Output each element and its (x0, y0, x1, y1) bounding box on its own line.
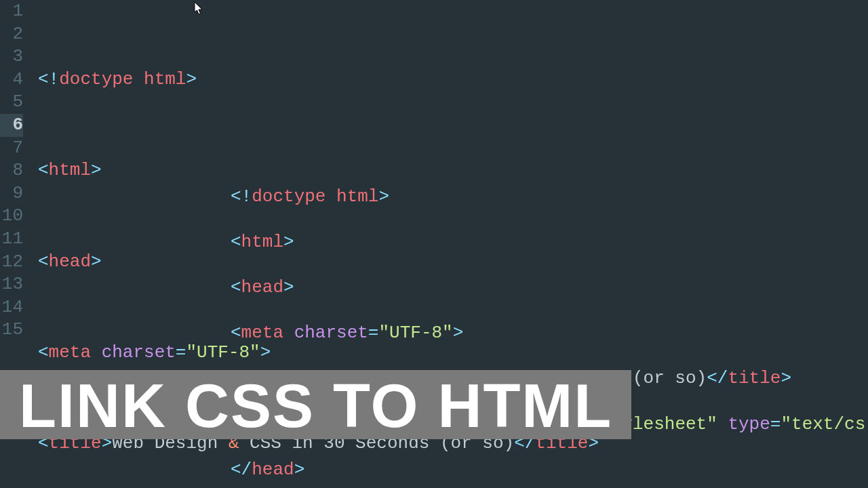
line-number: 9 (0, 182, 23, 205)
line-number: 2 (0, 23, 23, 46)
line-number: 5 (0, 91, 23, 114)
line-number: 1 (0, 0, 23, 23)
line-number: 3 (0, 45, 23, 68)
line-number: 8 (0, 159, 23, 182)
line-number: 4 (0, 68, 23, 92)
line-number: 7 (0, 137, 23, 160)
title-banner: LINK CSS TO HTML (0, 370, 631, 439)
line-number: 12 (0, 251, 23, 274)
code-line[interactable]: <!doctype html> (38, 68, 868, 92)
line-number: 10 (0, 205, 23, 228)
line-number: 15 (0, 319, 23, 342)
line-number: 14 (0, 296, 23, 319)
line-number: 11 (0, 228, 23, 251)
line-number-active: 6 (0, 114, 23, 137)
banner-text: LINK CSS TO HTML (19, 375, 612, 436)
line-number: 13 (0, 273, 23, 296)
